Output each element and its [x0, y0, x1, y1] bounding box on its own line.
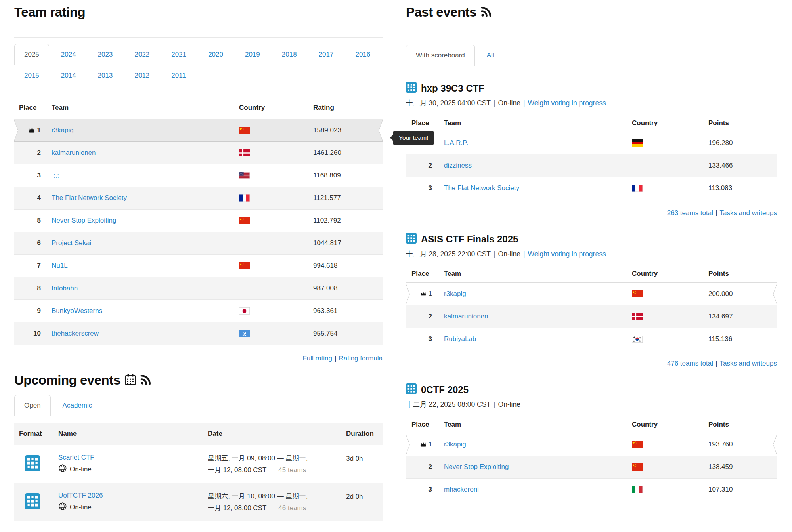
event-title-link[interactable]: 0CTF 2025 [421, 384, 469, 395]
jeopardy-format-icon [25, 455, 40, 473]
table-row[interactable]: 1 r3kapig 1589.023 [14, 119, 383, 142]
table-row[interactable]: 3 mhackeroni 107.310 [406, 479, 777, 501]
year-tab-2024[interactable]: 2024 [51, 44, 86, 65]
year-tab-2013[interactable]: 2013 [88, 65, 123, 86]
place-number: 3 [429, 335, 432, 343]
table-row[interactable]: 3 .;,;. 1168.809 [14, 164, 383, 187]
year-tab-2011[interactable]: 2011 [161, 65, 196, 86]
team-link[interactable]: L.A.R.P. [444, 139, 468, 147]
year-tab-2019[interactable]: 2019 [235, 44, 270, 65]
tab-open[interactable]: Open [14, 395, 51, 416]
team-rating-table: Place Team Country Rating 1 r3kapig 1589… [14, 96, 383, 345]
rss-icon[interactable] [140, 374, 151, 389]
table-row[interactable]: 2 kalmarunionen 1461.260 [14, 142, 383, 164]
past-events-label: Past events [406, 5, 476, 19]
table-row[interactable]: 1 r3kapig 200.000 [406, 282, 777, 305]
tab-all[interactable]: All [477, 45, 504, 66]
table-row[interactable]: 1 r3kapig 193.760 [406, 433, 777, 456]
table-row[interactable]: 3 The Flat Network Society 113.083 [406, 177, 777, 200]
table-row[interactable]: 7 Nu1L 994.618 [14, 255, 383, 277]
tasks-writeups-link[interactable]: Tasks and writeups [719, 360, 777, 367]
year-tab-2015[interactable]: 2015 [14, 65, 49, 86]
col-header-points: Points [708, 265, 777, 282]
year-tab-2012[interactable]: 2012 [124, 65, 159, 86]
table-row[interactable]: UofTCTF 2026 On-line 星期六, 一月 10, 08:00 —… [14, 483, 383, 521]
table-row[interactable]: 2 dizziness 133.466 [406, 154, 777, 177]
table-row[interactable]: 8 Infobahn 987.008 [14, 277, 383, 300]
year-tab-2017[interactable]: 2017 [309, 44, 344, 65]
team-link[interactable]: dizziness [444, 162, 472, 169]
upcoming-tabs: Open Academic [14, 395, 383, 416]
table-row[interactable]: 4 The Flat Network Society 1121.577 [14, 187, 383, 210]
team-link[interactable]: Never Stop Exploiting [52, 217, 116, 224]
calendar-icon[interactable] [124, 374, 136, 389]
jeopardy-format-icon [406, 383, 417, 396]
tab-with-scoreboard[interactable]: With scoreboard [406, 45, 475, 66]
team-link[interactable]: The Flat Network Society [444, 184, 519, 192]
jeopardy-format-icon [406, 233, 417, 246]
table-row[interactable]: 6 Project Sekai 1044.817 [14, 232, 383, 255]
team-link[interactable]: BunkyoWesterns [52, 307, 102, 315]
rating-formula-link[interactable]: Rating formula [339, 355, 383, 362]
team-link[interactable]: RubiyaLab [444, 335, 476, 343]
col-header-place: Place [406, 265, 435, 282]
year-tab-2021[interactable]: 2021 [161, 44, 196, 65]
team-link[interactable]: .;,;. [52, 172, 61, 179]
tab-academic[interactable]: Academic [53, 395, 102, 416]
table-row[interactable]: 2 Never Stop Exploiting 138.459 [406, 456, 777, 479]
place-number: 1 [429, 440, 432, 448]
table-row[interactable]: 3 RubiyaLab 115.136 [406, 328, 777, 350]
year-tab-2016[interactable]: 2016 [345, 44, 380, 65]
year-tab-2023[interactable]: 2023 [88, 44, 123, 65]
upcoming-events-title: Upcoming events [14, 373, 383, 389]
team-link[interactable]: thehackerscrew [52, 330, 99, 337]
rating-footer-links: Full rating|Rating formula [14, 355, 383, 362]
table-row[interactable]: 1 L.A.R.P. 196.280 [406, 132, 777, 154]
crown-icon [420, 440, 429, 448]
rating-value: 1461.260 [313, 149, 341, 156]
full-rating-link[interactable]: Full rating [302, 355, 332, 362]
place-number: 10 [33, 330, 41, 338]
event-date: 十二月 22, 2025 08:00 CST [406, 400, 491, 408]
team-link[interactable]: kalmarunionen [444, 313, 488, 320]
weight-voting-link[interactable]: Weight voting in progress [528, 99, 606, 107]
weight-voting-link[interactable]: Weight voting in progress [528, 250, 606, 258]
year-tab-2022[interactable]: 2022 [124, 44, 159, 65]
team-link[interactable]: r3kapig [444, 440, 466, 448]
event-title-link[interactable]: hxp 39C3 CTF [421, 83, 484, 94]
upcoming-events-table: Format Name Date Duration Scarlet CTF On… [14, 423, 383, 521]
team-link[interactable]: kalmarunionen [52, 149, 96, 156]
event-title-link[interactable]: ASIS CTF Finals 2025 [421, 234, 518, 245]
event-link[interactable]: Scarlet CTF [58, 454, 94, 461]
table-row[interactable]: 9 BunkyoWesterns 963.361 [14, 300, 383, 322]
rss-icon[interactable] [480, 6, 492, 21]
year-tab-2020[interactable]: 2020 [198, 44, 233, 65]
team-link[interactable]: r3kapig [52, 126, 74, 134]
year-tab-2025[interactable]: 2025 [14, 44, 49, 65]
event-link[interactable]: UofTCTF 2026 [58, 492, 103, 499]
tasks-writeups-link[interactable]: Tasks and writeups [719, 209, 777, 217]
country-flag-icon [632, 290, 708, 297]
year-tab-2014[interactable]: 2014 [51, 65, 86, 86]
team-link[interactable]: Project Sekai [52, 239, 91, 247]
team-link[interactable]: Never Stop Exploiting [444, 463, 509, 471]
rating-value: 1168.809 [313, 172, 341, 179]
teams-total-link[interactable]: 476 teams total [667, 360, 713, 367]
country-flag-icon [239, 330, 312, 337]
event-date: 十二月 28, 2025 22:00 CST [406, 250, 491, 258]
team-link[interactable]: mhackeroni [444, 486, 479, 493]
table-row[interactable]: Scarlet CTF On-line 星期五, 一月 09, 08:00 — … [14, 445, 383, 483]
table-row[interactable]: 10 thehackerscrew 955.754 [14, 322, 383, 345]
country-flag-icon [632, 139, 708, 147]
rating-value: 955.754 [313, 330, 337, 337]
team-link[interactable]: Nu1L [52, 262, 68, 269]
team-link[interactable]: r3kapig [444, 290, 466, 297]
separator: | [335, 355, 336, 362]
team-link[interactable]: Infobahn [52, 284, 78, 292]
team-link[interactable]: The Flat Network Society [52, 194, 127, 202]
year-tab-2018[interactable]: 2018 [272, 44, 307, 65]
table-row[interactable]: 5 Never Stop Exploiting 1102.792 [14, 210, 383, 232]
teams-total-link[interactable]: 263 teams total [667, 209, 713, 217]
table-row[interactable]: 2 kalmarunionen 134.697 [406, 305, 777, 328]
crown-icon [420, 290, 429, 298]
